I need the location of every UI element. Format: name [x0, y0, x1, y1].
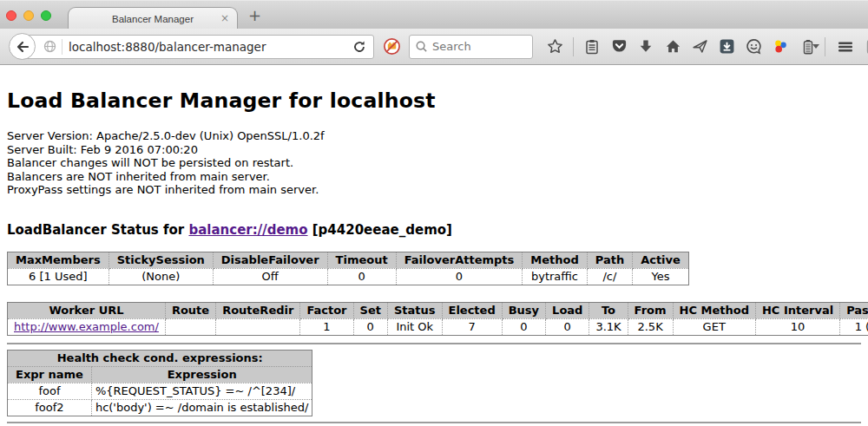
cell-load: 0: [546, 318, 589, 335]
new-tab-button[interactable]: +: [248, 6, 261, 24]
table-header-row: MaxMembers StickySession DisableFailover…: [8, 252, 689, 268]
plugin-blocked-button[interactable]: [383, 37, 401, 56]
col-active: Active: [633, 252, 689, 268]
table-header-row: Worker URL Route RouteRedir Factor Set S…: [8, 302, 868, 318]
video-download-button[interactable]: [716, 36, 737, 58]
hello-chat-button[interactable]: [743, 36, 764, 58]
hamburger-menu-icon: [837, 39, 854, 55]
colored-dots-extension-button[interactable]: [770, 36, 791, 58]
cell-disablefailover: Off: [213, 268, 327, 285]
cell-status: Init Ok: [387, 318, 442, 335]
section-divider: [7, 343, 861, 344]
titlebar: Balancer Manager × +: [0, 0, 868, 29]
cell-hc-interval: 10: [755, 318, 839, 335]
smiley-bubble-icon: [746, 38, 762, 55]
page-content: Load Balancer Manager for localhost Serv…: [0, 65, 868, 423]
balancer-settings-table: MaxMembers StickySession DisableFailover…: [7, 252, 689, 285]
col-failoverattempts: FailoverAttempts: [396, 252, 523, 268]
persist-warning-line: Balancer changes will NOT be persisted o…: [7, 156, 861, 170]
server-info: Server Version: Apache/2.5.0-dev (Unix) …: [7, 129, 861, 197]
balancers-inherit-line: Balancers are NOT inherited from main se…: [7, 170, 861, 184]
tab-balancer-manager[interactable]: Balancer Manager ×: [68, 7, 238, 29]
cell-expression: %{REQUEST_STATUS} =~ /^[234]/: [91, 383, 312, 399]
col-hc-method: HC Method: [673, 302, 755, 318]
table-title-row: Health check cond. expressions:: [8, 350, 312, 366]
paper-plane-icon: [692, 38, 708, 55]
urlbar-separator: [62, 39, 62, 55]
col-load: Load: [546, 302, 589, 318]
window-controls: [6, 10, 51, 21]
cell-expr-name: foof: [8, 383, 92, 399]
chevron-down-icon[interactable]: [812, 44, 819, 49]
toolbar-right-cluster: [823, 36, 868, 58]
col-elected: Elected: [442, 302, 502, 318]
worker-url-link[interactable]: http://www.example.com/: [14, 320, 159, 333]
minimize-window-button[interactable]: [23, 10, 34, 21]
cell-factor: 1: [300, 318, 353, 335]
status-prefix: LoadBalancer Status for: [7, 222, 188, 238]
home-button[interactable]: [662, 36, 683, 58]
loadbalancer-status-heading: LoadBalancer Status for balancer://demo …: [7, 222, 861, 238]
server-version-line: Server Version: Apache/2.5.0-dev (Unix) …: [7, 129, 861, 143]
cell-active: Yes: [633, 268, 689, 285]
col-disablefailover: DisableFailover: [213, 252, 327, 268]
cell-stickysession: (None): [108, 268, 213, 285]
sidebar-grid-button[interactable]: [864, 36, 868, 58]
zoom-window-button[interactable]: [41, 10, 51, 21]
browser-window: Balancer Manager × + localhost:8880/bala…: [0, 0, 868, 426]
url-input[interactable]: localhost:8880/balancer-manager: [69, 40, 345, 54]
health-table-title: Health check cond. expressions:: [8, 350, 312, 366]
table-row: 6 [1 Used] (None) Off 0 0 bytraffic /c/ …: [8, 268, 689, 285]
col-expression: Expression: [91, 366, 312, 383]
downloads-button[interactable]: [635, 36, 656, 58]
url-bar[interactable]: localhost:8880/balancer-manager: [22, 35, 374, 59]
pocket-icon: [611, 38, 628, 55]
col-method: Method: [523, 252, 587, 268]
balancer-demo-link[interactable]: balancer://demo: [188, 222, 307, 238]
col-from: From: [628, 302, 673, 318]
health-check-expressions-table: Health check cond. expressions: Expr nam…: [7, 350, 312, 416]
cell-from: 2.5K: [628, 318, 673, 335]
col-status: Status: [387, 302, 442, 318]
page-title: Load Balancer Manager for localhost: [7, 88, 861, 113]
col-timeout: Timeout: [327, 252, 396, 268]
back-button[interactable]: [9, 33, 36, 60]
search-input[interactable]: [432, 40, 519, 53]
col-worker-url: Worker URL: [8, 302, 166, 318]
clipboard-icon: [584, 39, 600, 55]
navigation-toolbar: localhost:8880/balancer-manager: [0, 29, 868, 65]
tab-title: Balancer Manager: [112, 14, 194, 24]
menu-button[interactable]: [835, 36, 856, 58]
battery-extension-button[interactable]: [797, 36, 823, 58]
toolbar-separator-right: [825, 37, 825, 56]
cell-to: 3.1K: [589, 318, 628, 335]
cell-routeredir: [216, 318, 300, 335]
send-button[interactable]: [689, 36, 710, 58]
clipboard-button[interactable]: [582, 36, 602, 58]
col-stickysession: StickySession: [108, 252, 213, 268]
close-window-button[interactable]: [6, 10, 16, 21]
table-row: http://www.example.com/ 1 0 Init Ok 7 0 …: [8, 318, 868, 335]
back-arrow-icon: [15, 39, 30, 55]
cell-set: 0: [353, 318, 387, 335]
cell-expression: hc('body') =~ /domain is established/: [91, 399, 312, 416]
plugin-blocked-icon: [383, 37, 401, 56]
cell-hc-method: GET: [673, 318, 755, 335]
col-maxmembers: MaxMembers: [8, 252, 109, 268]
close-tab-icon[interactable]: ×: [220, 12, 229, 24]
col-path: Path: [587, 252, 632, 268]
col-busy: Busy: [502, 302, 545, 318]
table-row: foof %{REQUEST_STATUS} =~ /^[234]/: [8, 383, 312, 399]
toolbar-icons: [544, 36, 823, 58]
col-routeredir: RouteRedir: [216, 302, 300, 318]
search-bar[interactable]: [409, 35, 533, 59]
reload-button[interactable]: [345, 40, 373, 54]
reload-icon: [352, 40, 366, 54]
col-to: To: [589, 302, 628, 318]
cell-busy: 0: [502, 318, 545, 335]
pocket-button[interactable]: [608, 36, 629, 58]
download-arrow-icon: [638, 39, 654, 55]
cell-worker-url: http://www.example.com/: [8, 318, 166, 335]
proxypass-inherit-line: ProxyPass settings are NOT inherited fro…: [7, 183, 861, 197]
bookmark-star-button[interactable]: [544, 36, 565, 58]
